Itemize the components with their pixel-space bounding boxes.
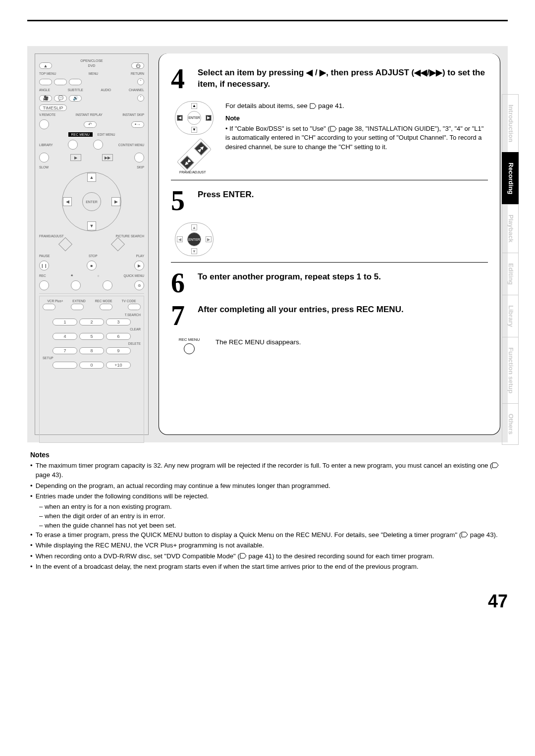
rec-button: [39, 280, 49, 290]
step-6-number: 6: [171, 271, 192, 295]
tab-recording[interactable]: Recording: [502, 152, 519, 205]
step-4-number: 4: [171, 67, 192, 91]
library-label: LIBRARY: [39, 143, 53, 147]
extend-button: [71, 304, 84, 310]
audio-button: 🔊: [69, 95, 82, 102]
delete-label: DELETE: [43, 342, 141, 345]
tsearch-label: T.SEARCH: [43, 313, 141, 317]
angle-button: 🎥: [39, 95, 52, 102]
main-content-area: OPEN/CLOSE ▲ DVD ⏻ TOP MENU MENU RETURN …: [27, 46, 508, 442]
tab-playback[interactable]: Playback: [502, 204, 519, 253]
step4-body-page: page 41.: [318, 102, 344, 109]
dvd-label: DVD: [52, 64, 131, 67]
page-ref-icon: [330, 126, 337, 132]
skip-button-small: ▶▶: [102, 154, 113, 161]
channel-label: CHANNEL: [129, 88, 144, 92]
instantskip-button: •→: [131, 121, 144, 128]
star-button: [71, 280, 81, 290]
num-7: 7: [53, 347, 77, 354]
menu-label: MENU: [89, 72, 98, 75]
num-5: 5: [79, 333, 104, 340]
recmenu-button: [68, 140, 78, 150]
step-4-thumbs: ▲▼ ◀▶ ENTER ◀◀▶▶ FRAME/ADJUST: [172, 101, 216, 174]
slow-label: SLOW: [39, 165, 49, 169]
step-5-body: ▲▼ ◀▶ ENTER: [172, 222, 488, 256]
num-0: 0: [79, 362, 104, 369]
num-9: 9: [106, 347, 131, 354]
step-5-title: Press ENTER.: [198, 189, 254, 201]
num-8: 8: [79, 347, 104, 354]
recmenu-icon-label: REC MENU: [179, 337, 200, 342]
recmode-button: [100, 304, 112, 310]
play-label: PLAY: [136, 254, 144, 258]
editmenu-label: EDIT MENU: [98, 133, 115, 136]
steps-column: 4 Select an item by pressing ◀ / ▶, then…: [159, 54, 500, 435]
notes-item-1: Depending on the program, an actual reco…: [36, 481, 330, 490]
channel-up-button: ˄: [137, 78, 144, 85]
notes-item-4: While displaying the REC MENU, the VCR P…: [36, 540, 264, 550]
tab-others[interactable]: Others: [502, 403, 519, 445]
setup-button: [53, 362, 77, 369]
instantreplay-button: ↶: [84, 121, 97, 128]
return-button: [69, 79, 82, 85]
frameadjust-label: FRAME/ADJUST: [39, 234, 64, 238]
rec-label: REC: [39, 274, 46, 277]
step-4: 4 Select an item by pressing ◀ / ▶, then…: [171, 67, 488, 91]
notes-header: Notes: [30, 450, 505, 460]
num-6: 6: [106, 333, 131, 340]
notes-section: Notes •The maximum timer program capacit…: [27, 450, 508, 571]
notes-sub-2: – when the guide channel has not yet bee…: [39, 521, 505, 530]
circle-button: [103, 280, 112, 290]
topmenu-button: [39, 79, 52, 85]
page-ref-icon: [240, 553, 247, 559]
step-4-text: For details about items, see page 41. No…: [225, 101, 488, 152]
step-4-body: ▲▼ ◀▶ ENTER ◀◀▶▶ FRAME/ADJUST For detail…: [172, 101, 488, 174]
vremote-label: V.REMOTE: [39, 113, 55, 116]
instantreplay-label: INSTANT REPLAY: [76, 113, 103, 116]
notes-item-6: In the event of a broadcast delay, the n…: [36, 562, 419, 571]
side-tabs: Introduction Recording Playback Editing …: [502, 94, 519, 444]
step7-body-text: The REC MENU disappears.: [215, 337, 488, 347]
page-top-rule: [27, 20, 508, 21]
step-7-number: 7: [171, 304, 192, 328]
tab-introduction[interactable]: Introduction: [502, 94, 519, 153]
notes-item-0: The maximum timer program capacity is 32…: [36, 461, 505, 480]
quickmenu-button: ⊜: [134, 280, 144, 290]
mini-enter-icon: ENTER: [187, 111, 201, 125]
step-5-thumbs: ▲▼ ◀▶ ENTER: [172, 222, 216, 256]
num-2: 2: [79, 319, 104, 325]
extend-label: EXTEND: [72, 299, 85, 303]
tvcode-label: TV CODE: [122, 299, 136, 303]
enter-button: ENTER: [82, 192, 101, 211]
remote-control-illustration: OPEN/CLOSE ▲ DVD ⏻ TOP MENU MENU RETURN …: [35, 54, 149, 435]
menu-button: [54, 79, 67, 85]
subtitle-label: SUBTITLE: [68, 88, 83, 92]
skip-label: SKIP: [137, 165, 144, 169]
quickmenu-label: QUICK MENU: [123, 274, 144, 277]
tab-editing[interactable]: Editing: [502, 253, 519, 295]
contentmenu-label: CONTENT MENU: [118, 143, 144, 147]
vremote-button: [39, 119, 49, 129]
mini-enter-5-icon: ENTER: [187, 232, 201, 246]
step-7-title: After completing all your entries, press…: [198, 304, 404, 316]
eject-button: ▲: [39, 62, 52, 69]
angle-label: ANGLE: [39, 88, 50, 92]
page-ref-icon: [310, 103, 317, 109]
num-1: 1: [53, 319, 77, 325]
step4-note-body: • If "Cable Box/DSS" is set to "Use" ( p…: [225, 124, 488, 152]
audio-label: AUDIO: [101, 88, 111, 92]
page-number: 47: [27, 591, 508, 612]
tab-library[interactable]: Library: [502, 295, 519, 337]
recmode-label: REC MODE: [95, 299, 112, 303]
pause-button: ❙❙: [39, 261, 49, 270]
stop-label: STOP: [89, 254, 98, 258]
picturesearch-label: PICTURE SEARCH: [116, 234, 144, 238]
frameadj-left: [58, 237, 72, 251]
tab-function-setup[interactable]: Function setup: [502, 337, 519, 404]
play-pause-button: ▶: [70, 154, 81, 161]
step-6: 6 To enter another program, repeat steps…: [171, 271, 488, 295]
play-button: ▶: [134, 261, 144, 270]
step4-note-header: Note: [225, 114, 488, 123]
editmenu-button: [93, 140, 103, 150]
dpad-down: ▼: [87, 221, 96, 230]
